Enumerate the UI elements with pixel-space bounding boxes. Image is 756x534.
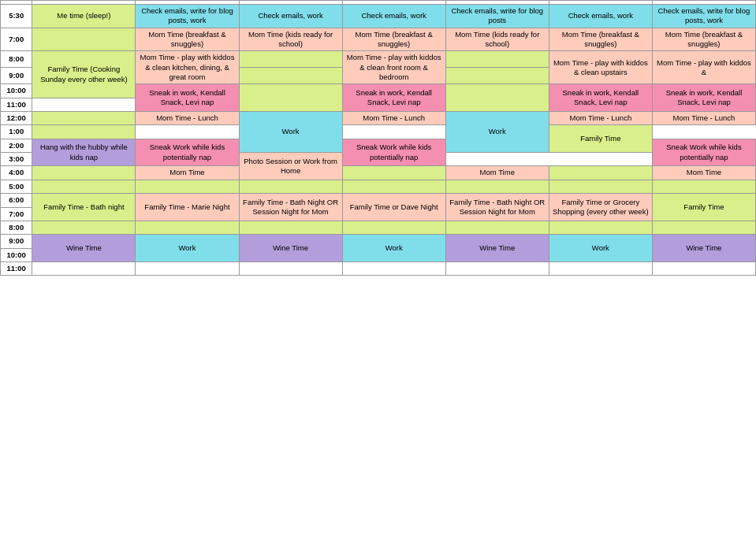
schedule-cell xyxy=(342,180,445,193)
schedule-cell xyxy=(239,68,342,84)
schedule-cell: Work xyxy=(239,112,342,153)
schedule-cell: Mom Time - play with kiddos & clean fron… xyxy=(342,51,445,84)
schedule-cell: Mom Time - play with kiddos & clean upst… xyxy=(549,51,652,84)
schedule-cell xyxy=(549,221,652,234)
table-row: 7:00Mom Time (breakfast & snuggles)Mom T… xyxy=(1,28,756,51)
schedule-cell: Mom Time (breakfast & snuggles) xyxy=(652,28,755,51)
time-cell: 3:00 xyxy=(1,153,32,166)
schedule-cell xyxy=(342,221,445,234)
schedule-cell xyxy=(136,125,239,139)
schedule-cell xyxy=(549,166,652,180)
schedule-cell: Mom Time (breakfast & snuggles) xyxy=(549,28,652,51)
schedule-cell: Wine Time xyxy=(239,235,342,262)
schedule-cell xyxy=(239,221,342,234)
time-cell: 7:00 xyxy=(1,207,32,221)
schedule-cell: Family Time xyxy=(652,194,755,221)
schedule-cell: Sneak in work, Kendall Snack, Levi nap xyxy=(136,84,239,112)
time-cell: 1:00 xyxy=(1,125,32,139)
schedule-cell: Sneak Work while kids potentially nap xyxy=(342,139,445,166)
schedule-cell: Family Time xyxy=(549,125,652,153)
schedule-cell: Check emails, write for blog posts, work xyxy=(652,5,755,28)
schedule-cell xyxy=(32,28,136,51)
schedule-cell: Family Time (Cooking Sunday every other … xyxy=(32,51,136,98)
schedule-cell: Work xyxy=(136,235,239,262)
table-row: 5:30Me time (sleep!)Check emails, write … xyxy=(1,5,756,28)
schedule-cell: Family Time or Dave Night xyxy=(342,194,445,221)
schedule-cell xyxy=(32,112,136,125)
schedule-cell: Photo Session or Work from Home xyxy=(239,153,342,180)
schedule-cell: Sneak Work while kids potentially nap xyxy=(136,139,239,166)
schedule-cell: Work xyxy=(549,235,652,262)
schedule-cell xyxy=(652,180,755,193)
table-row: 5:00 xyxy=(1,180,756,193)
schedule-cell xyxy=(342,166,445,180)
schedule-cell: Sneak in work, Kendall Snack, Levi nap xyxy=(342,84,445,112)
schedule-cell: Mom Time - Lunch xyxy=(549,112,652,125)
schedule-cell xyxy=(445,221,549,234)
schedule-cell: Wine Time xyxy=(652,235,755,262)
schedule-cell: Mom Time xyxy=(652,166,755,180)
schedule-cell: Mom Time xyxy=(136,166,239,180)
schedule-cell xyxy=(32,125,136,139)
schedule-cell: Family Time or Grocery Shopping (every o… xyxy=(549,194,652,221)
time-cell: 10:00 xyxy=(1,248,32,261)
schedule-cell: Check emails, work xyxy=(239,5,342,28)
schedule-cell xyxy=(652,221,755,234)
schedule-cell xyxy=(549,180,652,193)
schedule-cell xyxy=(652,261,755,275)
table-row: 4:00Mom TimeMom TimeMom Time xyxy=(1,166,756,180)
schedule-cell xyxy=(32,180,136,193)
schedule-cell xyxy=(445,261,549,275)
time-cell: 9:00 xyxy=(1,235,32,248)
time-cell: 4:00 xyxy=(1,166,32,180)
schedule-cell: Family Time - Bath night xyxy=(32,194,136,221)
schedule-cell xyxy=(342,125,445,139)
schedule-cell: Mom Time (kids ready for school) xyxy=(239,28,342,51)
schedule-cell: Wine Time xyxy=(445,235,549,262)
time-cell: 12:00 xyxy=(1,112,32,125)
schedule-cell: Mom Time - play with kiddos & xyxy=(652,51,755,84)
time-cell: 9:00 xyxy=(1,68,32,84)
schedule-cell: Mom Time - Lunch xyxy=(342,112,445,125)
schedule-cell xyxy=(445,84,549,112)
schedule-cell: Family Time - Marie Night xyxy=(136,194,239,221)
table-row: 9:00Wine TimeWorkWine TimeWorkWine TimeW… xyxy=(1,235,756,248)
schedule-cell xyxy=(32,261,136,275)
schedule-cell: Me time (sleep!) xyxy=(32,5,136,28)
schedule-cell xyxy=(445,68,549,84)
schedule-cell: Mom Time - Lunch xyxy=(652,112,755,125)
schedule-cell: Sneak Work while kids potentially nap xyxy=(652,139,755,166)
schedule-cell xyxy=(136,221,239,234)
time-cell: 11:00 xyxy=(1,261,32,275)
schedule-cell: Check emails, write for blog posts xyxy=(445,5,549,28)
time-cell: 10:00 xyxy=(1,84,32,98)
schedule-cell: Sneak in work, Kendall Snack, Levi nap xyxy=(549,84,652,112)
schedule-cell: Check emails, write for blog posts, work xyxy=(136,5,239,28)
time-cell: 8:00 xyxy=(1,221,32,234)
schedule-cell: Check emails, work xyxy=(549,5,652,28)
time-cell: 6:00 xyxy=(1,194,32,207)
schedule-cell xyxy=(32,221,136,234)
schedule-cell: Family Time - Bath Night OR Session Nigh… xyxy=(239,194,342,221)
schedule-cell: Work xyxy=(342,235,445,262)
schedule-cell: Mom Time (breakfast & snuggles) xyxy=(136,28,239,51)
schedule-cell xyxy=(239,84,342,112)
schedule-table: 5:30Me time (sleep!)Check emails, write … xyxy=(0,0,756,276)
schedule-cell xyxy=(445,51,549,68)
schedule-cell: Mom Time (kids ready for school) xyxy=(445,28,549,51)
table-row: 8:00 xyxy=(1,221,756,234)
schedule-cell: Mom Time xyxy=(445,166,549,180)
table-row: 12:00Mom Time - LunchWorkMom Time - Lunc… xyxy=(1,112,756,125)
schedule-cell: Mom Time - play with kiddos & clean kitc… xyxy=(136,51,239,84)
schedule-cell: Mom Time - Lunch xyxy=(136,112,239,125)
time-cell: 7:00 xyxy=(1,28,32,51)
schedule-cell xyxy=(239,51,342,68)
table-row: 8:00Family Time (Cooking Sunday every ot… xyxy=(1,51,756,68)
schedule-cell xyxy=(239,180,342,193)
time-cell: 11:00 xyxy=(1,98,32,111)
schedule-cell xyxy=(549,261,652,275)
time-cell: 2:00 xyxy=(1,139,32,152)
schedule-cell: Hang with the hubby while kids nap xyxy=(32,139,136,166)
schedule-cell xyxy=(136,180,239,193)
table-row: 6:00Family Time - Bath nightFamily Time … xyxy=(1,194,756,207)
